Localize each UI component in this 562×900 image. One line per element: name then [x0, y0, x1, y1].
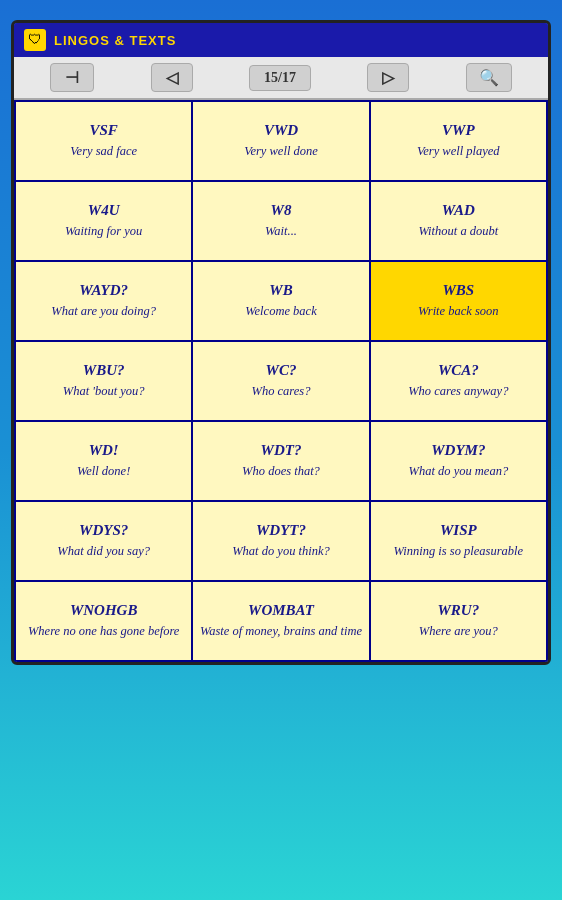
- first-page-button[interactable]: ⊣: [50, 63, 94, 92]
- cell-meaning-15: What did you say?: [57, 543, 150, 559]
- grid-cell-15[interactable]: WDYS?What did you say?: [16, 502, 193, 582]
- grid-cell-14[interactable]: WDYM?What do you mean?: [371, 422, 548, 502]
- cell-abbr-19: WOMBAT: [248, 602, 314, 619]
- next-button[interactable]: ▷: [367, 63, 409, 92]
- grid-cell-4[interactable]: W8Wait...: [193, 182, 370, 262]
- grid-cell-20[interactable]: WRU?Where are you?: [371, 582, 548, 662]
- cell-abbr-6: WAYD?: [79, 282, 128, 299]
- cell-meaning-1: Very well done: [244, 143, 318, 159]
- cell-meaning-13: Who does that?: [242, 463, 320, 479]
- cell-abbr-17: WISP: [440, 522, 477, 539]
- cell-meaning-0: Very sad face: [70, 143, 137, 159]
- shield-icon: 🛡: [24, 29, 46, 51]
- cell-abbr-2: VWP: [442, 122, 475, 139]
- cell-meaning-19: Waste of money, brains and time: [200, 623, 362, 639]
- cell-abbr-3: W4U: [88, 202, 120, 219]
- search-button[interactable]: 🔍: [466, 63, 512, 92]
- cell-abbr-8: WBS: [442, 282, 474, 299]
- prev-button[interactable]: ◁: [151, 63, 193, 92]
- grid-cell-9[interactable]: WBU?What 'bout you?: [16, 342, 193, 422]
- cell-abbr-9: WBU?: [83, 362, 125, 379]
- grid-cell-18[interactable]: WNOHGBWhere no one has gone before: [16, 582, 193, 662]
- cell-abbr-12: WD!: [89, 442, 119, 459]
- title-bar: 🛡 LINGOS & TEXTS: [14, 23, 548, 57]
- cell-abbr-20: WRU?: [437, 602, 479, 619]
- cell-meaning-4: Wait...: [265, 223, 297, 239]
- cell-abbr-5: WAD: [442, 202, 475, 219]
- grid-cell-11[interactable]: WCA?Who cares anyway?: [371, 342, 548, 422]
- cell-abbr-1: VWD: [264, 122, 298, 139]
- cell-abbr-7: WB: [269, 282, 292, 299]
- grid-cell-16[interactable]: WDYT?What do you think?: [193, 502, 370, 582]
- cell-abbr-4: W8: [271, 202, 292, 219]
- cell-meaning-14: What do you mean?: [409, 463, 509, 479]
- grid-cell-2[interactable]: VWPVery well played: [371, 102, 548, 182]
- cell-meaning-10: Who cares?: [252, 383, 311, 399]
- cell-meaning-5: Without a doubt: [418, 223, 498, 239]
- cell-abbr-13: WDT?: [261, 442, 302, 459]
- cell-abbr-0: VSF: [89, 122, 117, 139]
- cell-meaning-3: Waiting for you: [65, 223, 142, 239]
- cell-abbr-11: WCA?: [438, 362, 479, 379]
- cell-meaning-16: What do you think?: [232, 543, 330, 559]
- cell-abbr-16: WDYT?: [256, 522, 306, 539]
- cell-meaning-9: What 'bout you?: [63, 383, 145, 399]
- cell-abbr-14: WDYM?: [431, 442, 485, 459]
- nav-bar: ⊣ ◁ 15/17 ▷ 🔍: [14, 57, 548, 100]
- grid-cell-19[interactable]: WOMBATWaste of money, brains and time: [193, 582, 370, 662]
- grid-cell-10[interactable]: WC?Who cares?: [193, 342, 370, 422]
- grid-cell-5[interactable]: WADWithout a doubt: [371, 182, 548, 262]
- cell-meaning-18: Where no one has gone before: [28, 623, 179, 639]
- grid-cell-7[interactable]: WBWelcome back: [193, 262, 370, 342]
- word-grid: VSFVery sad faceVWDVery well doneVWPVery…: [14, 100, 548, 662]
- cell-abbr-10: WC?: [266, 362, 297, 379]
- grid-cell-17[interactable]: WISPWinning is so pleasurable: [371, 502, 548, 582]
- grid-cell-3[interactable]: W4UWaiting for you: [16, 182, 193, 262]
- grid-cell-8[interactable]: WBSWrite back soon: [371, 262, 548, 342]
- cell-meaning-6: What are you doing?: [51, 303, 156, 319]
- cell-abbr-15: WDYS?: [79, 522, 128, 539]
- grid-cell-13[interactable]: WDT?Who does that?: [193, 422, 370, 502]
- cell-meaning-11: Who cares anyway?: [408, 383, 508, 399]
- grid-cell-0[interactable]: VSFVery sad face: [16, 102, 193, 182]
- cell-abbr-18: WNOHGB: [70, 602, 138, 619]
- cell-meaning-12: Well done!: [77, 463, 130, 479]
- app-title: LINGOS & TEXTS: [54, 33, 176, 48]
- grid-cell-1[interactable]: VWDVery well done: [193, 102, 370, 182]
- grid-cell-6[interactable]: WAYD?What are you doing?: [16, 262, 193, 342]
- app-container: 🛡 LINGOS & TEXTS ⊣ ◁ 15/17 ▷ 🔍 VSFVery s…: [11, 20, 551, 665]
- page-indicator: 15/17: [249, 65, 311, 91]
- grid-cell-12[interactable]: WD!Well done!: [16, 422, 193, 502]
- cell-meaning-17: Winning is so pleasurable: [394, 543, 524, 559]
- cell-meaning-20: Where are you?: [419, 623, 498, 639]
- cell-meaning-7: Welcome back: [245, 303, 316, 319]
- cell-meaning-2: Very well played: [417, 143, 500, 159]
- cell-meaning-8: Write back soon: [418, 303, 499, 319]
